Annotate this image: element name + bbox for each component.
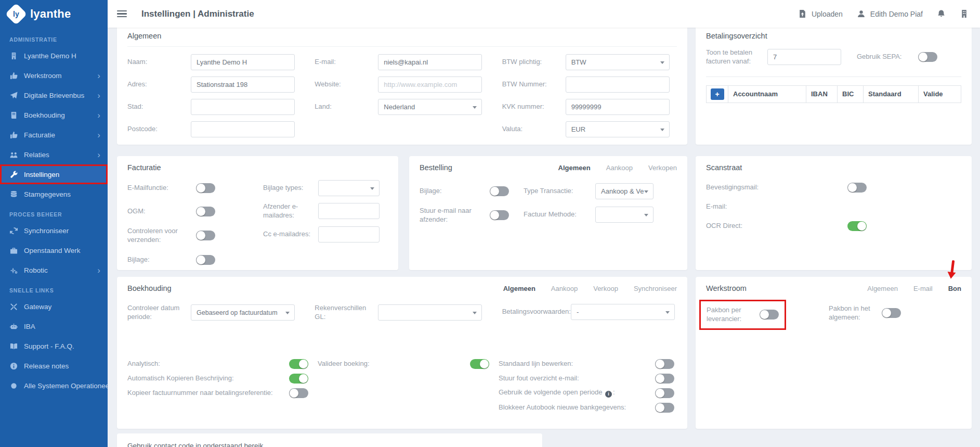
betalingsvoorwaarden-select[interactable]: - — [571, 304, 675, 320]
sidebar-item-systeem-status[interactable]: Alle Systemen Operationeel — [0, 376, 108, 395]
building-icon — [960, 9, 969, 18]
sidebar-item-relaties[interactable]: Relaties › — [0, 145, 108, 164]
land-select[interactable]: Nederland — [378, 99, 482, 115]
naam-input[interactable] — [191, 54, 295, 70]
cc-emailadres-input[interactable] — [318, 226, 380, 242]
ocr-direct-toggle[interactable] — [847, 221, 867, 231]
bell-icon — [937, 9, 946, 18]
info-icon[interactable]: i — [605, 391, 612, 398]
sidebar-item-lyanthe-demo-h[interactable]: Lyanthe Demo H — [0, 46, 108, 66]
sidebar-item-facturatie[interactable]: Facturatie › — [0, 125, 108, 145]
sidebar-item-stamgegevens[interactable]: Stamgegevens — [0, 184, 108, 204]
organization-button[interactable] — [960, 9, 969, 18]
bijlage-toggle[interactable] — [196, 255, 215, 265]
upload-file-icon — [798, 9, 807, 18]
sync-icon — [9, 226, 18, 235]
wrench-icon — [9, 170, 18, 178]
tab-aankoop[interactable]: Aankoop — [551, 285, 578, 292]
postcode-input[interactable] — [191, 121, 295, 137]
card-algemeen: Algemeen Naam: Adres: Stad: Postcode: E-… — [117, 28, 687, 145]
table-header-row: + Accountnaam IBAN BIC Standaard Valide — [707, 85, 961, 103]
sidebar-item-release-notes[interactable]: Release notes — [0, 356, 108, 376]
sidebar-item-iba[interactable]: IBA — [0, 316, 108, 336]
bevestigingsmail-toggle[interactable] — [847, 183, 867, 193]
tab-synchroniseer[interactable]: Synchroniseer — [634, 285, 677, 292]
pakbon-per-leverancier-toggle[interactable] — [760, 310, 779, 320]
sidebar-item-support-faq[interactable]: Support - F.A.Q. — [0, 336, 108, 356]
brand[interactable]: ly lyanthe — [0, 0, 108, 29]
handshake-icon — [9, 150, 18, 159]
tab-email[interactable]: E-mail — [913, 285, 933, 292]
adres-input[interactable] — [191, 76, 295, 93]
tab-bon[interactable]: Bon — [948, 285, 961, 292]
sidebar-item-boekhouding[interactable]: Boekhouding › — [0, 105, 108, 125]
btw-plichtig-select[interactable]: BTW — [566, 54, 670, 70]
card-title: Scanstraat — [706, 163, 961, 172]
notifications-button[interactable] — [937, 9, 946, 18]
sidebar-item-gateway[interactable]: Gateway — [0, 297, 108, 316]
column-accountnaam: Accountnaam — [728, 85, 806, 103]
book-icon — [9, 111, 18, 119]
automatisch-kopieren-toggle[interactable] — [289, 374, 308, 384]
tab-verkoop[interactable]: Verkoop — [593, 285, 618, 292]
btw-nummer-input[interactable] — [566, 76, 670, 93]
valideer-boeking-toggle[interactable] — [470, 359, 489, 369]
bijlage-types-select[interactable] — [318, 180, 380, 196]
controleer-datum-periode-select[interactable]: Gebaseerd op factuurdatum — [191, 304, 295, 321]
tab-verkopen[interactable]: Verkopen — [648, 164, 677, 172]
website-input[interactable] — [378, 76, 482, 93]
paper-plane-icon — [9, 91, 18, 99]
stuur-email-naar-afzender-toggle[interactable] — [490, 210, 509, 220]
sidebar-item-werkstroom[interactable]: Werkstroom › — [0, 66, 108, 85]
add-account-button[interactable]: + — [711, 88, 724, 100]
stad-input[interactable] — [191, 99, 295, 115]
blokkeer-autobook-toggle[interactable] — [655, 403, 674, 413]
sidebar: ly lyanthe ADMINISTRATIE Lyanthe Demo H … — [0, 0, 108, 447]
tab-aankoop[interactable]: Aankoop — [606, 164, 633, 172]
robot-icon — [9, 322, 18, 330]
toon-te-betalen-input[interactable] — [767, 49, 841, 65]
standaard-lijn-toggle[interactable] — [655, 359, 674, 369]
emailfunctie-toggle[interactable] — [196, 183, 215, 193]
sidebar-item-openstaand-werk[interactable]: Openstaand Werk — [0, 240, 108, 260]
card-title: Werkstroom — [706, 284, 747, 292]
card-title: Boekhouding — [127, 284, 172, 292]
accounts-table: + Accountnaam IBAN BIC Standaard Valide — [706, 85, 961, 103]
kvk-nummer-input[interactable] — [566, 99, 670, 115]
valuta-select[interactable]: EUR — [566, 121, 670, 137]
card-facturatie: Facturatie E-Mailfunctie: OGM: Controler… — [117, 156, 398, 270]
lyanthe-logo-icon: ly — [5, 3, 27, 25]
afzender-emailadres-input[interactable] — [318, 203, 380, 219]
top-bar: Instellingen | Administratie Uploaden Ed… — [108, 0, 980, 28]
tab-algemeen[interactable]: Algemeen — [558, 164, 591, 172]
analytisch-toggle[interactable] — [289, 359, 308, 369]
open-periode-toggle[interactable] — [655, 388, 674, 398]
stuur-fout-overzicht-toggle[interactable] — [655, 374, 674, 384]
card-contact-code: Gebruik contact code in onderstaand bere… — [117, 433, 542, 447]
upload-button[interactable]: Uploaden — [798, 9, 843, 18]
card-werkstroom: Werkstroom Algemeen E-mail Bon Pakbon pe… — [696, 277, 972, 429]
tab-algemeen[interactable]: Algemeen — [503, 285, 535, 292]
sidebar-item-digitale-brievenbus[interactable]: Digitale Brievenbus › — [0, 85, 108, 105]
factuur-methode-select[interactable] — [595, 207, 654, 223]
sidebar-item-robotic[interactable]: Robotic › — [0, 260, 108, 280]
email-input[interactable] — [378, 54, 482, 70]
card-betalingsoverzicht: Betalingsoverzicht Toon te betalen factu… — [696, 28, 972, 145]
bijlage-toggle[interactable] — [490, 186, 509, 196]
pakbon-in-het-algemeen-toggle[interactable] — [882, 308, 901, 318]
tab-algemeen[interactable]: Algemeen — [867, 285, 898, 292]
hamburger-menu-icon[interactable] — [117, 10, 127, 18]
kopieer-factuurnummer-toggle[interactable] — [289, 388, 308, 398]
sidebar-item-instellingen[interactable]: Instellingen — [0, 164, 108, 184]
rekenverschillen-gl-select[interactable] — [378, 304, 482, 321]
gebruik-sepa-toggle[interactable] — [918, 52, 937, 62]
divider — [706, 76, 961, 77]
sidebar-item-synchroniseer[interactable]: Synchroniseer — [0, 221, 108, 240]
divider — [127, 46, 677, 47]
info-icon — [9, 362, 18, 370]
user-menu[interactable]: Edith Demo Piaf — [857, 9, 923, 18]
controleren-voor-verzenden-toggle[interactable] — [196, 231, 215, 240]
type-transactie-select[interactable]: Aankoop & Ve — [595, 183, 654, 199]
thumbs-up-icon — [9, 71, 18, 80]
ogm-toggle[interactable] — [196, 207, 215, 216]
